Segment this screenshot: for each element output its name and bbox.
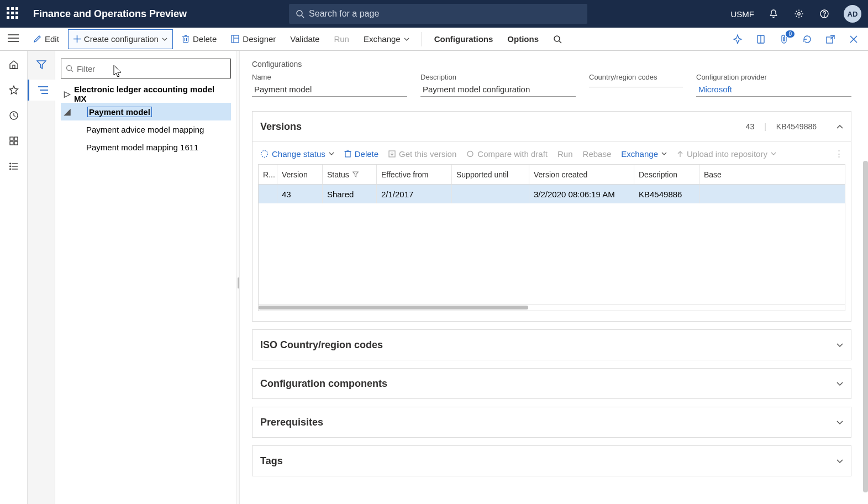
name-value[interactable]: Payment model: [252, 82, 407, 97]
svg-point-0: [297, 11, 302, 16]
chevron-down-icon: [771, 152, 776, 155]
panel-rail: [28, 51, 55, 504]
bell-icon[interactable]: [767, 8, 780, 20]
iso-header[interactable]: ISO Country/region codes: [252, 330, 851, 360]
filter-icon: [353, 171, 359, 177]
options-tab[interactable]: Options: [502, 29, 544, 49]
versions-grid: R... Version Status Effective from Suppo…: [258, 164, 845, 311]
version-run-label: Run: [557, 149, 573, 159]
change-status-button[interactable]: Change status: [260, 149, 334, 159]
pin-icon[interactable]: [731, 33, 744, 45]
titlebar: Finance and Operations Preview Search fo…: [0, 0, 868, 28]
cc-label: Country/region codes: [589, 73, 683, 81]
gear-icon[interactable]: [793, 8, 805, 20]
col-created[interactable]: Version created: [529, 165, 634, 184]
compare-label: Compare with draft: [477, 149, 548, 159]
cc-value[interactable]: [589, 82, 683, 87]
rebase-button: Rebase: [583, 149, 612, 159]
tags-title: Tags: [260, 455, 283, 467]
create-configuration-button[interactable]: Create configuration: [68, 29, 173, 49]
provider-label: Configuration provider: [696, 73, 851, 81]
popout-icon[interactable]: [824, 33, 837, 45]
provider-value[interactable]: Microsoft: [696, 82, 851, 97]
exchange-button[interactable]: Exchange: [358, 29, 415, 49]
col-r[interactable]: R...: [259, 165, 277, 184]
svg-rect-33: [14, 141, 18, 145]
field-country-codes: Country/region codes: [589, 73, 683, 97]
col-version[interactable]: Version: [277, 165, 323, 184]
refresh-icon[interactable]: [801, 33, 814, 45]
grid-row[interactable]: 43 Shared 2/1/2017 3/2/2020 08:06:19 AM …: [259, 185, 845, 203]
tags-header[interactable]: Tags: [252, 446, 851, 476]
grid-horizontal-scrollbar[interactable]: [259, 304, 845, 311]
desc-value[interactable]: Payment model configuration: [420, 82, 576, 97]
svg-marker-53: [353, 172, 358, 177]
trash-icon: [182, 35, 190, 43]
page-icon[interactable]: [754, 33, 767, 45]
field-name: Name Payment model: [252, 73, 407, 97]
separator: [422, 32, 422, 46]
svg-rect-10: [183, 37, 188, 43]
tree-filter[interactable]: [61, 59, 231, 78]
tree-filter-input[interactable]: [77, 64, 226, 74]
delete-label: Delete: [193, 34, 217, 44]
validate-button[interactable]: Validate: [285, 29, 325, 49]
status-icon: [260, 150, 269, 158]
workspace-icon[interactable]: [8, 135, 20, 147]
col-supported[interactable]: Supported until: [452, 165, 529, 184]
prereqs-header[interactable]: Prerequisites: [252, 407, 851, 437]
chevron-down-icon: [661, 152, 667, 155]
attachments-badge: 0: [786, 30, 795, 38]
actionbar-right: 0: [731, 33, 860, 45]
col-status[interactable]: Status: [323, 165, 377, 184]
vertical-scrollbar[interactable]: [863, 161, 868, 492]
filter-icon[interactable]: [34, 57, 49, 72]
components-header[interactable]: Configuration components: [252, 369, 851, 398]
configurations-tab[interactable]: Configurations: [429, 29, 499, 49]
tree-node-advice-mapping[interactable]: Payment advice model mapping: [61, 120, 231, 138]
svg-marker-40: [37, 61, 46, 69]
svg-marker-20: [734, 35, 741, 44]
more-button[interactable]: ⋮: [835, 149, 843, 159]
app-launcher-icon[interactable]: [7, 7, 20, 20]
version-exchange-button[interactable]: Exchange: [621, 149, 667, 159]
star-icon[interactable]: [8, 84, 20, 96]
search-icon: [66, 65, 73, 72]
cell-status: Shared: [323, 185, 377, 203]
col-base[interactable]: Base: [699, 165, 845, 184]
versions-header[interactable]: Versions 43 | KB4549886: [252, 112, 851, 141]
svg-rect-32: [10, 141, 13, 145]
list-icon[interactable]: [8, 160, 20, 172]
home-icon[interactable]: [8, 59, 20, 71]
user-avatar[interactable]: AD: [844, 5, 861, 23]
clock-icon[interactable]: [8, 109, 20, 122]
svg-line-19: [559, 41, 561, 43]
versions-body: Change status Delete Get this version Co…: [252, 141, 851, 321]
cell-description: KB4549886: [634, 185, 699, 203]
tree-node-mapping-1611[interactable]: Payment model mapping 1611: [61, 138, 231, 156]
col-effective[interactable]: Effective from: [377, 165, 452, 184]
field-provider: Configuration provider Microsoft: [696, 73, 851, 97]
iso-card: ISO Country/region codes: [252, 329, 851, 360]
col-description[interactable]: Description: [634, 165, 699, 184]
search-action[interactable]: [548, 29, 567, 49]
tree-node-payment-model[interactable]: ◢ Payment model: [61, 103, 231, 120]
designer-button[interactable]: Designer: [225, 29, 281, 49]
legal-entity[interactable]: USMF: [731, 9, 755, 19]
global-search[interactable]: Search for a page: [289, 4, 587, 24]
version-delete-button[interactable]: Delete: [344, 149, 378, 159]
edit-button[interactable]: Edit: [28, 29, 65, 49]
tree-icon[interactable]: [28, 80, 55, 101]
cell-created: 3/2/2020 08:06:19 AM: [529, 185, 634, 203]
upload-label: Upload into repository: [687, 149, 767, 159]
svg-rect-47: [345, 151, 350, 157]
hamburger-icon[interactable]: [8, 34, 20, 44]
help-icon[interactable]: [818, 8, 830, 20]
cell-effective: 2/1/2017: [377, 185, 452, 203]
tree-node-electronic-ledger[interactable]: ▷ Electronic ledger accounting model MX: [61, 85, 231, 103]
versions-commands: Change status Delete Get this version Co…: [258, 149, 845, 164]
delete-button[interactable]: Delete: [176, 29, 222, 49]
attachments-icon[interactable]: 0: [777, 33, 791, 45]
close-icon[interactable]: [847, 33, 860, 45]
chevron-down-icon: [162, 38, 167, 41]
